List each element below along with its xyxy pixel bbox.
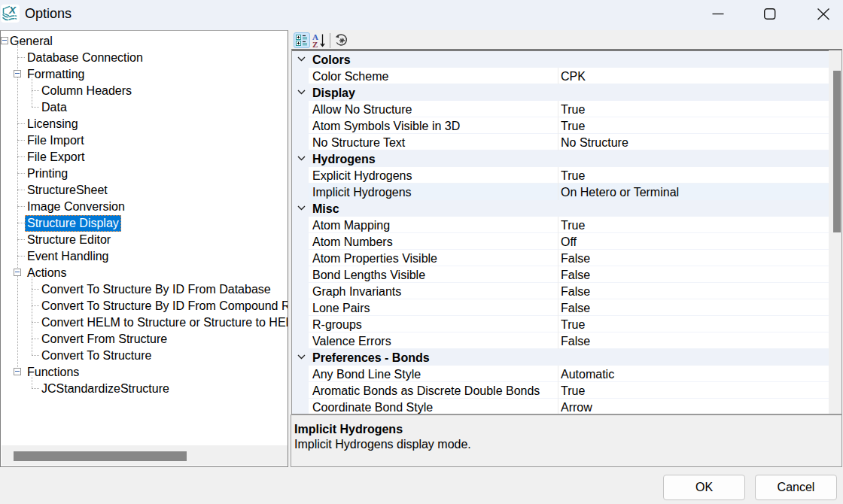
svg-text:X: X (8, 5, 17, 16)
svg-text:Z: Z (312, 40, 318, 48)
